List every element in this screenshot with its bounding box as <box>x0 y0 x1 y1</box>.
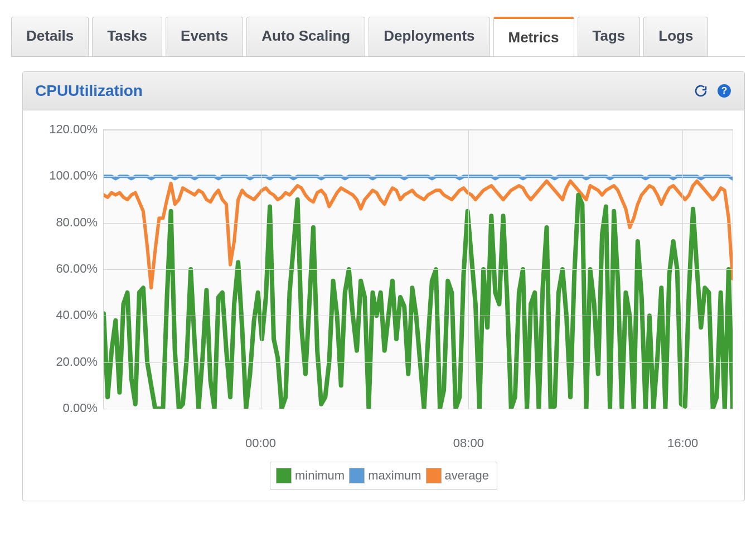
x-tick-label: 08:00 <box>453 436 484 451</box>
legend-swatch-min[interactable] <box>276 468 292 483</box>
legend-label-avg: average <box>444 468 492 483</box>
legend-swatch-avg[interactable] <box>426 468 442 483</box>
tabs-bar: DetailsTasksEventsAuto ScalingDeployment… <box>0 0 756 56</box>
tab-events[interactable]: Events <box>166 17 243 56</box>
y-tick-label: 80.00% <box>23 215 98 230</box>
y-tick-label: 0.00% <box>23 401 98 415</box>
tab-content: CPUUtilization ? 0.00%20.00%40.00%60.00%… <box>11 56 745 501</box>
tab-auto-scaling[interactable]: Auto Scaling <box>246 17 365 56</box>
legend-label-max: maximum <box>367 468 423 483</box>
panel-actions: ? <box>693 83 732 99</box>
chart-plot <box>103 129 733 409</box>
tab-logs[interactable]: Logs <box>643 17 708 56</box>
tab-tasks[interactable]: Tasks <box>92 17 162 56</box>
x-tick-label: 00:00 <box>245 436 276 451</box>
y-tick-label: 60.00% <box>23 262 98 276</box>
tab-deployments[interactable]: Deployments <box>369 17 490 56</box>
y-tick-label: 100.00% <box>23 168 98 183</box>
chart-legend: minimummaximumaverage <box>270 462 497 490</box>
tab-tags[interactable]: Tags <box>578 17 641 56</box>
x-tick-label: 16:00 <box>667 436 698 451</box>
tab-details[interactable]: Details <box>11 17 89 56</box>
refresh-icon[interactable] <box>693 83 709 99</box>
legend-label-min: minimum <box>294 468 347 483</box>
panel-header: CPUUtilization ? <box>23 72 744 110</box>
metrics-panel: CPUUtilization ? 0.00%20.00%40.00%60.00%… <box>22 71 745 501</box>
y-tick-label: 20.00% <box>23 355 98 369</box>
y-tick-label: 40.00% <box>23 308 98 322</box>
y-tick-label: 120.00% <box>23 122 98 137</box>
tab-metrics[interactable]: Metrics <box>493 17 574 56</box>
legend-swatch-max[interactable] <box>349 468 365 483</box>
series-minimum <box>104 195 733 409</box>
help-icon[interactable]: ? <box>716 83 732 99</box>
chart-area: 0.00%20.00%40.00%60.00%80.00%100.00%120.… <box>23 110 744 433</box>
panel-title: CPUUtilization <box>35 82 143 100</box>
svg-text:?: ? <box>721 85 728 96</box>
